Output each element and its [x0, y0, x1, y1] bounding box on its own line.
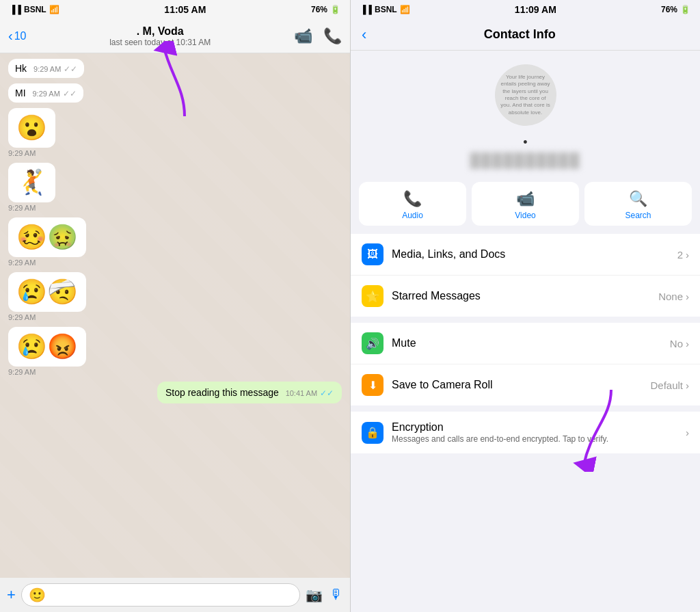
section-separator-1 [351, 317, 700, 323]
add-attachment-button[interactable]: + [7, 586, 16, 604]
nav-bar-left: ‹ 10 . M, Voda last seen today at 10:31 … [0, 19, 350, 53]
status-bar-right: ▐▐ BSNL 📶 11:09 AM 76% 🔋 [351, 0, 700, 19]
starred-right: None › [658, 291, 689, 302]
bubble-emoji-1: 😮 [8, 108, 55, 148]
starred-chevron: › [686, 291, 689, 302]
section-separator-2 [351, 406, 700, 412]
search-button[interactable]: 🔍 Search [584, 182, 692, 226]
bubble-mi: MI 9:29 AM ✓✓ [8, 83, 83, 103]
time-right: 11:09 AM [515, 4, 556, 15]
input-icons: 📷 🎙 [306, 587, 343, 603]
msg-emoji-4: 😢🤕 9:29 AM [8, 272, 342, 321]
tick-sent-1: ✓✓ [320, 388, 334, 398]
camera-roll-icon: ⬇ [368, 379, 377, 392]
contact-info-title: Contact Info [366, 27, 673, 42]
signal-icon-right: ▐▐ [360, 5, 372, 14]
contact-info-area: Your life journey entails peeling away t… [351, 51, 700, 182]
media-row[interactable]: 🖼 Media, Links, and Docs 2 › [351, 234, 700, 276]
mute-value: No [670, 338, 683, 349]
camera-button[interactable]: 📷 [306, 587, 323, 603]
carrier-left: BSNL [24, 5, 46, 14]
contact-info-nav[interactable]: . M, Voda last seen today at 10:31 AM [31, 25, 288, 47]
signal-icon: ▐▐ [10, 5, 21, 14]
back-chevron-right: ‹ [362, 26, 366, 44]
starred-icon: ⭐ [366, 290, 379, 303]
status-right-right: 76% 🔋 [661, 5, 690, 14]
back-button-left[interactable]: ‹ 10 [8, 28, 26, 44]
last-seen: last seen today at 10:31 AM [109, 38, 211, 47]
encryption-chevron: › [686, 427, 689, 438]
video-icon: 📹 [516, 190, 535, 208]
camera-roll-right: Default › [650, 380, 689, 391]
msg-time-sent-1: 10:41 AM [286, 389, 317, 397]
audio-label: Audio [402, 211, 423, 220]
camera-roll-value: Default [650, 380, 683, 391]
media-chevron: › [686, 249, 689, 261]
mute-title: Mute [392, 337, 670, 349]
info-section: 🖼 Media, Links, and Docs 2 › ⭐ Starred M… [351, 234, 700, 317]
back-count[interactable]: 10 [14, 30, 27, 42]
bubble-emoji-2: 🤾 [8, 163, 55, 202]
starred-row[interactable]: ⭐ Starred Messages None › [351, 276, 700, 317]
mute-right: No › [670, 338, 689, 349]
starred-icon-bg: ⭐ [362, 285, 383, 307]
search-label: Search [625, 211, 651, 220]
carrier-right: BSNL [375, 5, 397, 14]
tick-hk: ✓✓ [64, 64, 77, 74]
back-button-right[interactable]: ‹ [362, 26, 366, 44]
starred-row-text: Starred Messages [392, 290, 658, 302]
starred-value: None [658, 291, 683, 302]
bubble-emoji-4: 😢🤕 [8, 272, 86, 312]
back-chevron-left: ‹ [8, 28, 13, 44]
dot-indicator: • [523, 135, 527, 150]
status-left-right: ▐▐ BSNL 📶 [360, 5, 410, 14]
input-sticker-icon: 🙂 [29, 587, 46, 603]
wifi-icon-right: 📶 [400, 5, 410, 14]
media-icon-bg: 🖼 [362, 243, 383, 265]
status-bar-left: ▐▐ BSNL 📶 11:05 AM 76% 🔋 [0, 0, 350, 19]
msg-emoji-2: 🤾 9:29 AM [8, 163, 342, 212]
right-panel: ▐▐ BSNL 📶 11:09 AM 76% 🔋 ‹ Contact Info … [351, 0, 700, 612]
msg-time-mi: 9:29 AM [32, 90, 59, 98]
contact-name-blurred: ██████████ [470, 152, 581, 168]
info-section-3: 🔒 Encryption Messages and calls are end-… [351, 412, 700, 453]
video-label: Video [515, 211, 535, 220]
media-count: 2 [677, 249, 683, 261]
msg-hk: Hk 9:29 AM ✓✓ [8, 59, 342, 78]
time-left: 11:05 AM [164, 4, 206, 15]
avatar-bio: Your life journey entails peeling away t… [495, 68, 556, 122]
voice-call-icon[interactable]: 📞 [323, 27, 342, 45]
msg-emoji-5: 😢😡 9:29 AM [8, 327, 342, 376]
bubble-hk: Hk 9:29 AM ✓✓ [8, 59, 84, 78]
encryption-icon-bg: 🔒 [362, 422, 383, 444]
video-button[interactable]: 📹 Video [472, 182, 579, 226]
encryption-subtitle: Messages and calls are end-to-end encryp… [392, 434, 686, 444]
video-call-icon[interactable]: 📹 [294, 27, 312, 45]
msg-sent-1: Stop reading this message 10:41 AM ✓✓ [8, 382, 342, 403]
msg-text-sent-1: Stop reading this message [165, 387, 279, 398]
info-section-2: 🔊 Mute No › ⬇ Save to Camera Roll Defaul… [351, 323, 700, 405]
audio-button[interactable]: 📞 Audio [359, 182, 466, 226]
camera-roll-title: Save to Camera Roll [392, 379, 650, 391]
contact-name-left: . M, Voda [137, 25, 184, 38]
media-right: 2 › [677, 249, 689, 261]
camera-roll-row[interactable]: ⬇ Save to Camera Roll Default › [351, 364, 700, 405]
msg-time-emoji-3: 9:29 AM [8, 258, 36, 267]
mute-row-text: Mute [392, 337, 670, 349]
chat-area: Hk 9:29 AM ✓✓ MI 9:29 AM ✓✓ 😮 9:29 AM 🤾 … [0, 53, 350, 578]
microphone-button[interactable]: 🎙 [329, 587, 343, 603]
battery-icon-left: 🔋 [330, 5, 340, 14]
message-input[interactable]: 🙂 [21, 583, 300, 607]
encryption-row-text: Encryption Messages and calls are end-to… [392, 421, 686, 444]
mute-row[interactable]: 🔊 Mute No › [351, 323, 700, 364]
msg-text-hk: Hk [15, 63, 27, 74]
bubble-emoji-3: 🥴🤢 [8, 217, 86, 257]
camera-roll-row-text: Save to Camera Roll [392, 379, 650, 391]
avatar[interactable]: Your life journey entails peeling away t… [495, 64, 556, 126]
mute-icon: 🔊 [366, 337, 379, 350]
encryption-row[interactable]: 🔒 Encryption Messages and calls are end-… [351, 412, 700, 453]
battery-pct-left: 76% [311, 5, 327, 14]
media-row-text: Media, Links, and Docs [392, 248, 677, 261]
encryption-icon: 🔒 [366, 426, 379, 439]
bubble-emoji-5: 😢😡 [8, 327, 86, 367]
